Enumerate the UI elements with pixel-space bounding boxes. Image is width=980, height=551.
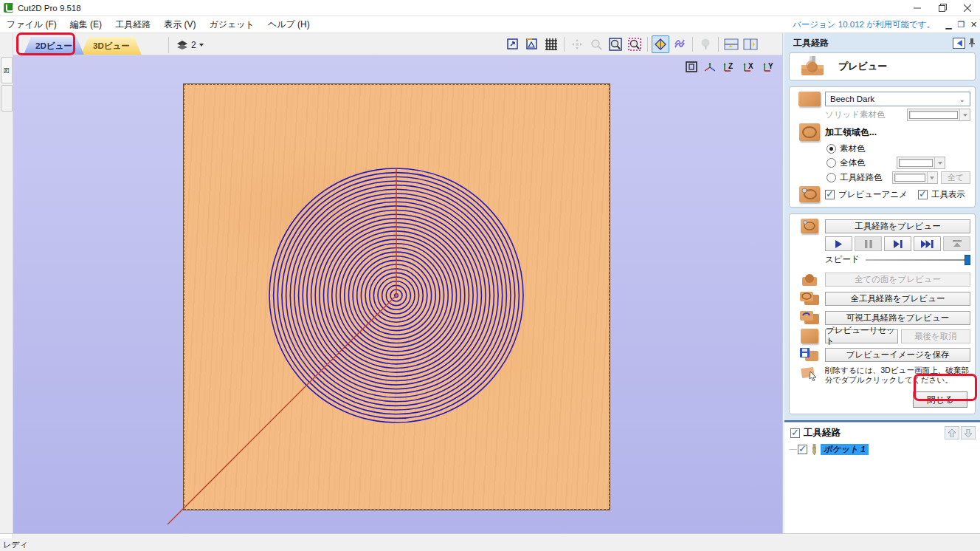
app-logo-icon	[4, 3, 13, 13]
run-to-end-button[interactable]	[943, 236, 970, 251]
play-button[interactable]	[825, 236, 852, 251]
pan-icon[interactable]	[568, 35, 586, 53]
toolbar-separator	[718, 37, 719, 52]
close-button[interactable]: 閉じる	[913, 391, 967, 408]
menu-gadgets[interactable]: ガジェット	[202, 16, 260, 32]
preview-all-toolpaths-button[interactable]: 全工具経路をプレビュー	[825, 292, 970, 306]
global-color-dropdown[interactable]	[897, 157, 945, 169]
speed-label: スピード	[825, 254, 860, 265]
zoom-box-icon[interactable]	[607, 35, 624, 53]
radio-global-color-label[interactable]: 全体色	[840, 157, 866, 168]
title-bar: Cut2D Pro 9.518	[0, 0, 980, 16]
chevron-down-icon	[963, 114, 967, 117]
split-view-horizontal-icon[interactable]	[722, 35, 740, 53]
checkbox-show-tool[interactable]	[918, 190, 928, 199]
save-preview-image-button[interactable]: プレビューイメージを保存	[825, 348, 970, 362]
radio-toolpath-color-label[interactable]: 工具経路色	[840, 172, 883, 183]
collapsed-panel-tab[interactable]	[1, 85, 13, 112]
radio-material-color-label[interactable]: 素材色	[840, 143, 866, 154]
menu-file[interactable]: ファイル (F)	[0, 16, 63, 32]
preview-anim-icon	[799, 186, 820, 202]
layers-dropdown[interactable]: 2	[168, 37, 204, 53]
radio-global-color[interactable]	[827, 158, 836, 168]
all-toolpath-colors-button[interactable]: 全て	[941, 171, 970, 184]
collapsed-panel-tab[interactable]: 図	[1, 57, 13, 83]
reset-preview-icon	[801, 329, 818, 343]
move-up-button[interactable]	[945, 426, 959, 439]
tab-2d-view[interactable]: 2Dビュー	[24, 37, 84, 55]
reset-preview-button[interactable]: プレビューリセット	[825, 329, 898, 343]
layers-icon	[176, 40, 188, 50]
chevron-down-icon	[930, 177, 934, 179]
close-window-button[interactable]	[955, 0, 980, 16]
menu-toolpaths[interactable]: 工具経路	[108, 16, 157, 32]
toolpaths-panel: 工具経路 プレビュー Beech Dark ⌄ ソリッド素材色	[784, 33, 980, 533]
toolpath-color-dropdown[interactable]	[892, 171, 938, 184]
checkbox-preview-anim[interactable]	[825, 190, 835, 199]
view-x-icon[interactable]: X	[742, 61, 758, 73]
menu-view[interactable]: 表示 (V)	[157, 16, 202, 32]
preview-toolpath-button[interactable]: 工具経路をプレビュー	[825, 219, 970, 233]
view-y-icon[interactable]: Y	[762, 61, 778, 73]
pin-icon[interactable]	[968, 38, 976, 48]
chevron-down-icon	[938, 162, 942, 165]
grid-toggle-icon[interactable]	[542, 35, 560, 53]
zoom-to-material-icon[interactable]	[523, 35, 541, 53]
preview-toolpath-icon	[801, 219, 818, 233]
preview-title-card: プレビュー	[789, 52, 976, 81]
mdi-restore-icon[interactable]: ❐	[955, 20, 967, 30]
zoom-extents-icon[interactable]	[504, 35, 522, 53]
view-z-icon[interactable]: Z	[722, 61, 738, 73]
checkbox-preview-anim-label[interactable]: プレビューアニメ	[838, 189, 908, 200]
mdi-minimize-icon[interactable]: ▁	[942, 20, 955, 30]
toolpath-drawing-mode-icon[interactable]	[671, 35, 689, 53]
window-title: Cut2D Pro 9.518	[18, 4, 81, 13]
solid-color-dropdown[interactable]	[907, 109, 970, 121]
menu-edit[interactable]: 編集 (E)	[63, 16, 108, 32]
preview-section-title: プレビュー	[838, 60, 887, 73]
undo-last-button[interactable]: 最後を取消	[901, 329, 970, 343]
step-forward-button[interactable]	[884, 236, 911, 251]
toolpath-list-item[interactable]: ┄┄ ポケット 1	[784, 442, 980, 456]
checkbox-show-tool-label[interactable]: 工具表示	[931, 189, 965, 200]
preview-controls-card: 工具経路をプレビュー スピード 全ての面をプレビュー 全工具	[789, 213, 976, 414]
toolpath-list-checkbox[interactable]	[790, 428, 800, 438]
split-view-vertical-icon[interactable]	[742, 35, 759, 53]
2d-view-canvas[interactable]: Z X Y	[13, 55, 782, 533]
speed-slider[interactable]	[866, 259, 970, 261]
restore-button[interactable]	[930, 0, 955, 16]
drawing-tab-icon: 図	[4, 66, 10, 75]
radio-toolpath-color[interactable]	[827, 173, 836, 182]
delete-hint-text: 削除するには、3Dビュー画面上、破棄部分でダブルクリックしてください。	[825, 366, 970, 384]
svg-text:X: X	[748, 62, 753, 70]
pause-button[interactable]	[855, 236, 882, 251]
speed-slider-handle[interactable]	[965, 255, 970, 265]
zoom-interactive-icon[interactable]	[587, 35, 605, 53]
minimize-button[interactable]	[905, 0, 930, 16]
auto-hide-icon[interactable]	[953, 38, 965, 49]
solid-preview-icon[interactable]	[697, 35, 714, 53]
mdi-close-icon[interactable]: ✕	[967, 20, 980, 30]
toolpath-item-checkbox[interactable]	[798, 445, 807, 454]
move-down-button[interactable]	[961, 426, 976, 439]
view-iso-icon[interactable]	[702, 61, 718, 73]
toolpath-item-label[interactable]: ポケット 1	[821, 444, 869, 455]
toolbar-separator	[692, 37, 693, 52]
toggle-toolpath-visibility-icon[interactable]	[652, 35, 669, 53]
chevron-down-icon: ⌄	[959, 95, 965, 103]
view-fit-icon[interactable]	[685, 61, 698, 73]
preview-all-sides-icon	[800, 271, 819, 287]
preview-all-sides-button[interactable]: 全ての面をプレビュー	[825, 273, 970, 287]
preview-visible-toolpaths-button[interactable]: 可視工具経路をプレビュー	[825, 311, 970, 325]
fast-forward-button[interactable]	[914, 236, 941, 251]
view-orientation-bar: Z X Y	[685, 61, 778, 73]
radio-material-color[interactable]	[827, 144, 836, 154]
material-select[interactable]: Beech Dark ⌄	[825, 92, 970, 106]
zoom-selected-icon[interactable]	[626, 35, 643, 53]
chevron-down-icon	[199, 44, 204, 47]
solid-color-label: ソリッド素材色	[825, 109, 886, 120]
tab-3d-view[interactable]: 3Dビュー	[81, 37, 142, 55]
version-update-link[interactable]: バージョン 10.012 が利用可能です。	[793, 19, 935, 30]
menu-help[interactable]: ヘルプ (H)	[261, 16, 317, 32]
preview-all-toolpaths-icon	[798, 290, 821, 307]
